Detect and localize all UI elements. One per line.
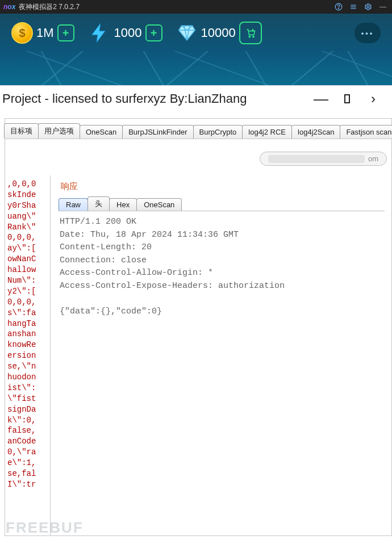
svg-point-7 — [253, 36, 254, 37]
burp-title: Project - licensed to surferxyz By:LianZ… — [2, 91, 247, 106]
response-body[interactable]: HTTP/1.1 200 OK Date: Thu, 18 Apr 2024 1… — [57, 211, 385, 323]
burp-main-pane: 目标项用户选项OneScanBurpJSLinkFinderBurpCrypto… — [5, 118, 392, 536]
svg-point-5 — [367, 6, 369, 8]
host-chip[interactable]: om — [260, 152, 387, 166]
burp-tab-3[interactable]: BurpJSLinkFinder — [122, 125, 193, 139]
request-fragment-panel: ,0,0,0 skInde y0rSha uang\" Rank\" 0,0,0… — [5, 175, 51, 535]
host-redacted — [268, 155, 365, 163]
burp-tab-7[interactable]: Fastjson scan — [340, 125, 392, 139]
nox-window: nox 夜神模拟器2 7.0.2.7 — $ 1M + 1000 + 10000… — [0, 0, 392, 85]
burp-tab-5[interactable]: log4j2 RCE — [242, 125, 292, 139]
response-subtabs: Raw头HexOneScan — [59, 196, 385, 211]
gear-icon[interactable] — [362, 1, 374, 12]
response-subtab-onescan[interactable]: OneScan — [136, 198, 182, 211]
energy-amount: 1000 — [114, 26, 142, 40]
nox-titlebar: nox 夜神模拟器2 7.0.2.7 — — [0, 0, 392, 14]
decorative-network-lines — [0, 51, 392, 85]
burp-tab-0[interactable]: 目标项 — [4, 123, 39, 139]
burp-tab-2[interactable]: OneScan — [80, 125, 123, 139]
more-button[interactable]: ••• — [355, 23, 381, 43]
svg-point-1 — [339, 8, 339, 9]
diamonds-resource: 10000 — [176, 22, 262, 44]
burp-tab-4[interactable]: BurpCrypto — [193, 125, 243, 139]
add-coins-button[interactable]: + — [57, 24, 74, 41]
help-icon[interactable] — [333, 1, 344, 12]
nox-title: 夜神模拟器2 7.0.2.7 — [19, 2, 80, 12]
response-subtab-hex[interactable]: Hex — [109, 198, 137, 211]
coins-resource: $ 1M + — [11, 22, 74, 44]
energy-resource: 1000 + — [88, 22, 162, 44]
host-suffix: om — [368, 154, 378, 163]
add-energy-button[interactable]: + — [145, 24, 162, 41]
nox-logo: nox — [3, 3, 15, 11]
game-topbar: $ 1M + 1000 + 10000 ••• — [0, 14, 392, 52]
menu-icon[interactable] — [348, 1, 359, 12]
burp-window: Project - licensed to surferxyz By:LianZ… — [0, 85, 392, 540]
burp-tab-6[interactable]: log4j2Scan — [291, 125, 340, 139]
response-panel: 响应 Raw头HexOneScan HTTP/1.1 200 OK Date: … — [51, 175, 391, 535]
shop-button[interactable] — [239, 22, 262, 44]
split-pane: ,0,0,0 skInde y0rSha uang\" Rank\" 0,0,0… — [5, 175, 391, 535]
burp-titlebar: Project - licensed to surferxyz By:LianZ… — [0, 86, 392, 111]
svg-point-6 — [249, 36, 250, 37]
response-subtab-头[interactable]: 头 — [87, 196, 110, 211]
response-subtab-raw[interactable]: Raw — [59, 198, 88, 211]
window-close-button[interactable]: › — [360, 86, 386, 111]
bolt-icon — [88, 22, 111, 44]
minimize-icon[interactable]: — — [377, 1, 389, 12]
response-label: 响应 — [61, 181, 385, 192]
burp-tabrow: 目标项用户选项OneScanBurpJSLinkFinderBurpCrypto… — [5, 119, 391, 139]
window-minimize-button[interactable]: — — [308, 86, 334, 111]
diamond-icon — [176, 22, 198, 44]
watermark: FREEBUF — [6, 519, 84, 537]
coins-amount: 1M — [36, 26, 54, 40]
coin-icon: $ — [11, 22, 33, 44]
diamonds-amount: 10000 — [201, 26, 236, 40]
burp-tab-1[interactable]: 用户选项 — [38, 123, 80, 139]
window-maximize-button[interactable] — [334, 94, 360, 103]
